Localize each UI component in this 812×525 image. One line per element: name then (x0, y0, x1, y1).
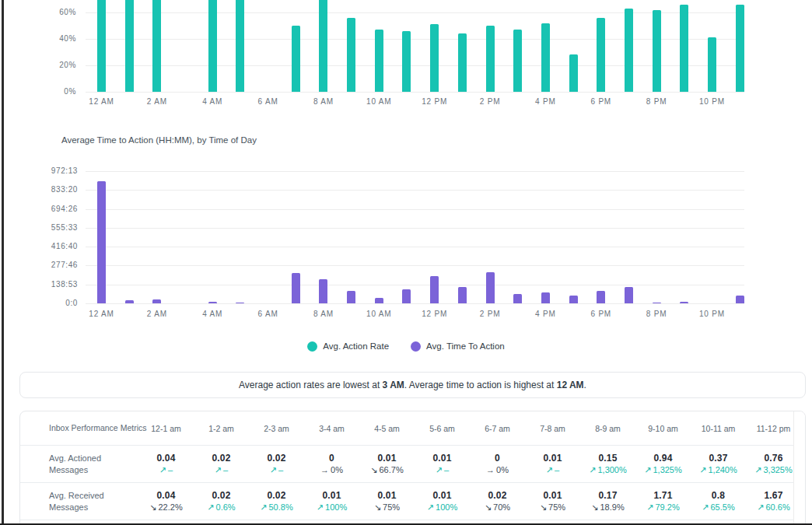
avg-action-rate-bar-10am[interactable] (375, 30, 383, 92)
y-axis-tick-label: 555:33 (0, 223, 78, 232)
gridline (86, 247, 744, 247)
trend-value: 22.2% (159, 502, 183, 512)
avg-time-to-action-bar-8pm[interactable] (653, 303, 661, 303)
metric-value: 0.17 (580, 490, 635, 502)
avg-action-rate-bar-1pm[interactable] (458, 33, 467, 92)
trend-value: 1,325% (653, 465, 681, 474)
trend-value: 50.8% (269, 502, 293, 512)
metric-value: 0.04 (138, 490, 194, 502)
avg-time-to-action-bar-8am[interactable] (319, 279, 327, 303)
trend-value: – (168, 465, 173, 474)
x-axis-tick-label: 4 AM (202, 97, 222, 106)
metric-cell: 0.01↘66.7% (359, 453, 415, 476)
avg-action-rate-bar-7am[interactable] (292, 26, 300, 92)
avg-time-to-action-bar-12am[interactable] (97, 181, 106, 303)
gridline (86, 65, 744, 66)
avg-time-to-action-bar-2pm[interactable] (486, 272, 495, 303)
trend-indicator: ↗79.2% (635, 502, 691, 513)
avg-action-rate-bar-10pm[interactable] (708, 37, 716, 92)
trend-down-icon: ↘ (149, 502, 156, 512)
avg-action-rate-bar-4am[interactable] (208, 0, 217, 92)
avg-action-rate-bar-12pm[interactable] (430, 24, 439, 92)
metric-cell: 0.01↗– (415, 453, 470, 476)
avg-action-rate-bar-2am[interactable] (152, 0, 161, 92)
x-axis-tick-label: 6 AM (258, 310, 278, 318)
avg-action-rate-bar-1am[interactable] (125, 0, 134, 92)
avg-action-rate-bar-4pm[interactable] (541, 23, 550, 92)
column-header: 12-1 am (138, 424, 194, 433)
trend-up-icon: ↗ (215, 465, 222, 474)
metric-cell: 0.04↘22.2% (138, 490, 194, 513)
gridline (86, 12, 744, 13)
avg-action-rate-bar-9am[interactable] (347, 18, 355, 92)
avg-action-rate-bar-11pm[interactable] (736, 5, 744, 92)
avg-time-to-action-bar-4am[interactable] (208, 302, 217, 303)
y-axis-tick-label: 972:13 (0, 166, 78, 175)
avg-time-to-action-bar-5pm[interactable] (569, 296, 578, 303)
avg-action-rate-bar-6pm[interactable] (597, 18, 605, 92)
metric-cell: 0.94↗1,325% (635, 453, 691, 476)
trend-indicator: ↗– (525, 464, 580, 476)
avg-action-rate-bar-11am[interactable] (402, 31, 411, 92)
avg-time-to-action-bar-1pm[interactable] (458, 287, 467, 303)
trend-up-icon: ↗ (757, 502, 764, 512)
metric-label: Avg. Received Messages (20, 490, 138, 513)
metric-cell: 0.01↗100% (415, 490, 470, 513)
avg-action-rate-bar-7pm[interactable] (625, 9, 633, 92)
avg-time-to-action-bar-9pm[interactable] (680, 302, 688, 303)
avg-action-rate-bar-12am[interactable] (97, 0, 106, 92)
metric-value: 0.02 (470, 490, 525, 502)
trend-value: – (555, 465, 559, 474)
avg-time-to-action-bar-1am[interactable] (125, 300, 134, 303)
avg-time-to-action-bar-7pm[interactable] (625, 287, 633, 303)
avg-time-to-action-bar-11pm[interactable] (736, 296, 744, 303)
y-axis-tick-label: 833:20 (0, 185, 78, 194)
avg-time-to-action-bar-4pm[interactable] (541, 292, 550, 303)
x-axis-tick-label: 12 PM (422, 310, 447, 318)
avg-time-to-action-bar-5am[interactable] (236, 303, 244, 303)
metric-cell: 0.8↗65.5% (691, 490, 746, 513)
avg-action-rate-bar-5am[interactable] (236, 0, 244, 92)
avg-action-rate-bar-8pm[interactable] (653, 10, 661, 92)
legend-item-action-rate[interactable]: Avg. Action Rate (307, 341, 389, 352)
avg-action-rate-bar-8am[interactable] (319, 0, 327, 92)
trend-up-icon: ↗ (644, 465, 651, 474)
metric-label: Avg. Actioned Messages (20, 453, 138, 476)
avg-action-rate-bar-5pm[interactable] (569, 54, 578, 92)
trend-indicator: ↗– (138, 464, 194, 476)
avg-time-to-action-bar-9am[interactable] (347, 291, 355, 303)
metric-cell: 0.02↗0.6% (194, 490, 249, 513)
time-to-action-chart-section: Average Time to Action (HH:MM), by Time … (0, 124, 812, 327)
trend-up-icon: ↗ (546, 465, 553, 474)
trend-down-icon: ↘ (485, 502, 492, 512)
trend-indicator: ↘22.2% (138, 502, 194, 513)
trend-value: 0.6% (216, 502, 236, 512)
avg-time-to-action-bar-10am[interactable] (375, 298, 383, 303)
x-axis-tick-label: 12 AM (89, 97, 114, 106)
trend-indicator: ↗50.8% (249, 502, 304, 513)
x-axis-tick-label: 4 PM (535, 310, 556, 318)
avg-action-rate-bar-3pm[interactable] (513, 30, 522, 92)
avg-action-rate-bar-9pm[interactable] (680, 5, 688, 92)
trend-value: 1,300% (597, 465, 626, 474)
metric-value: 0.02 (249, 490, 304, 502)
gridline (86, 265, 744, 266)
avg-time-to-action-bar-2am[interactable] (152, 299, 161, 303)
trend-up-icon: ↗ (589, 465, 596, 474)
y-axis-tick-label: 694:26 (0, 205, 78, 213)
avg-time-to-action-bar-7am[interactable] (292, 273, 300, 303)
column-header: 9-10 am (635, 424, 691, 433)
avg-time-to-action-bar-6pm[interactable] (597, 291, 605, 303)
avg-time-to-action-bar-3pm[interactable] (513, 294, 522, 303)
legend-item-time-to-action[interactable]: Avg. Time To Action (411, 341, 505, 352)
gridline (86, 303, 744, 304)
insight-banner: Average action rates are lowest at 3 AM.… (19, 372, 806, 398)
metric-cell: 0.17↘18.9% (580, 490, 635, 513)
y-axis-tick-label: 277:46 (0, 261, 78, 269)
avg-time-to-action-bar-11am[interactable] (402, 289, 411, 303)
metric-cell: 0.02↘70% (470, 490, 525, 513)
x-axis-tick-label: 8 AM (313, 97, 334, 106)
table-scrollbar[interactable] (793, 411, 805, 525)
avg-action-rate-bar-2pm[interactable] (486, 26, 495, 92)
avg-time-to-action-bar-12pm[interactable] (430, 276, 439, 303)
